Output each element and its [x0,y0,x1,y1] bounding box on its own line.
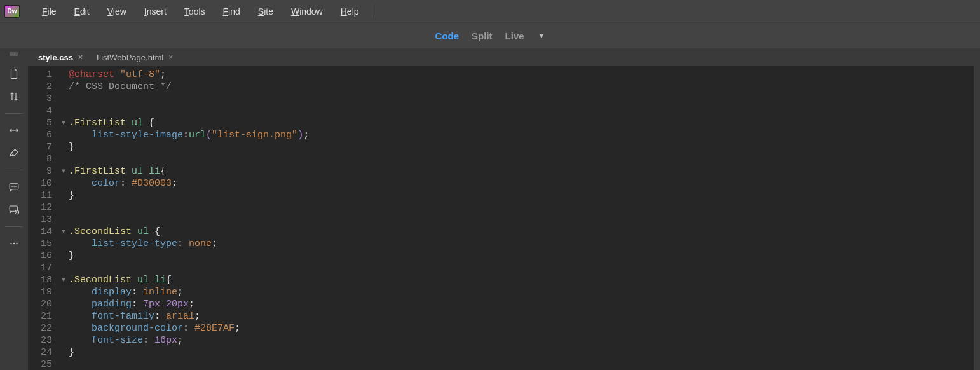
fold-marker [58,298,69,310]
tool-rail [0,48,28,370]
menu-item-find[interactable]: Find [214,4,249,19]
code-line[interactable] [69,214,974,226]
line-number: 1 [28,69,52,81]
code-line[interactable]: padding: 7px 20px; [69,298,974,310]
fold-marker [58,286,69,298]
code-line[interactable]: list-style-type: none; [69,238,974,250]
line-number: 22 [28,322,52,334]
brush-icon[interactable] [4,143,24,163]
menu-item-edit[interactable]: Edit [65,4,99,19]
view-modes: CodeSplitLive▼ [435,31,545,41]
svg-point-3 [10,243,11,244]
code-line[interactable]: font-size: 16px; [69,334,974,346]
view-mode-code[interactable]: Code [435,31,459,41]
svg-point-5 [16,243,17,244]
code-line[interactable]: font-family: arial; [69,310,974,322]
code-line[interactable]: .FirstList ul li{ [69,165,974,177]
fold-marker[interactable]: ▼ [58,165,69,177]
rail-separator [5,170,23,170]
fold-marker [58,238,69,250]
line-number: 23 [28,334,52,346]
file-tab[interactable]: ListWebPage.html× [90,50,179,65]
fold-marker [58,141,69,153]
comment-icon[interactable] [4,177,24,197]
file-icon[interactable] [4,64,24,84]
line-number: 7 [28,141,52,153]
menu-item-view[interactable]: View [99,4,135,19]
code-editor[interactable]: 1234567891011121314151617181920212223242… [28,66,980,370]
expand-arrows-icon[interactable] [4,120,24,140]
line-number: 13 [28,214,52,226]
code-line[interactable]: } [69,141,974,153]
more-icon[interactable] [4,233,24,254]
chevron-down-icon[interactable]: ▼ [538,32,545,39]
fold-marker [58,129,69,141]
fold-marker [58,153,69,165]
line-number: 18 [28,274,52,286]
menu-divider [372,4,372,18]
code-line[interactable] [69,202,974,214]
line-number: 8 [28,153,52,165]
line-number: 9 [28,165,52,177]
code-line[interactable]: .FirstList ul { [69,117,974,129]
fold-marker [58,250,69,262]
code-line[interactable] [69,359,974,370]
fold-marker [58,334,69,346]
line-number: 14 [28,226,52,238]
fold-marker [58,105,69,117]
code-line[interactable] [69,153,974,165]
editor-area: style.css×ListWebPage.html× 123456789101… [28,48,980,370]
code-line[interactable]: } [69,189,974,202]
view-mode-split[interactable]: Split [472,31,493,41]
close-icon[interactable]: × [78,53,83,62]
menu-item-tools[interactable]: Tools [175,4,214,19]
code-line[interactable]: .SecondList ul li{ [69,274,974,286]
fold-marker [58,202,69,214]
code-line[interactable]: .SecondList ul { [69,226,974,238]
line-number: 6 [28,129,52,141]
fold-marker [58,93,69,105]
line-number: 2 [28,81,52,93]
fold-marker [58,262,69,274]
code-line[interactable] [69,105,974,117]
code-line[interactable] [69,262,974,274]
code-line[interactable]: } [69,250,974,262]
code-line[interactable]: @charset "utf-8"; [69,69,974,81]
code-line[interactable]: color: #D30003; [69,177,974,189]
comment-check-icon[interactable] [4,200,24,220]
svg-point-4 [13,243,15,244]
fold-marker [58,69,69,81]
rail-drag-handle[interactable] [5,52,23,56]
menu-item-help[interactable]: Help [332,4,368,19]
menubar: Dw FileEditViewInsertToolsFindSiteWindow… [0,0,980,23]
code-line[interactable] [69,93,974,105]
code-line[interactable]: list-style-image:url("list-sign.png"); [69,129,974,141]
tab-label: style.css [38,53,73,62]
line-number: 15 [28,238,52,250]
line-number: 17 [28,262,52,274]
fold-marker [58,310,69,322]
code-line[interactable]: background-color: #28E7AF; [69,322,974,334]
menu-item-file[interactable]: File [33,4,65,19]
updown-arrows-icon[interactable] [4,86,24,107]
rail-separator [5,226,23,227]
close-icon[interactable]: × [168,53,173,62]
line-number: 24 [28,346,52,359]
menu-item-site[interactable]: Site [249,4,282,19]
menu-item-window[interactable]: Window [282,4,332,19]
app-logo: Dw [4,4,20,18]
fold-marker [58,359,69,370]
line-number: 12 [28,202,52,214]
code-line[interactable]: display: inline; [69,286,974,298]
code-line[interactable]: /* CSS Document */ [69,81,974,93]
fold-marker[interactable]: ▼ [58,226,69,238]
code-line[interactable]: } [69,346,974,359]
line-number: 21 [28,310,52,322]
tab-label: ListWebPage.html [97,53,163,62]
code-content[interactable]: @charset "utf-8";/* CSS Document */ .Fir… [69,66,974,370]
fold-marker[interactable]: ▼ [58,274,69,286]
file-tab[interactable]: style.css× [32,50,89,65]
menu-item-insert[interactable]: Insert [135,4,175,19]
fold-marker[interactable]: ▼ [58,117,69,129]
view-mode-live[interactable]: Live [505,31,524,41]
